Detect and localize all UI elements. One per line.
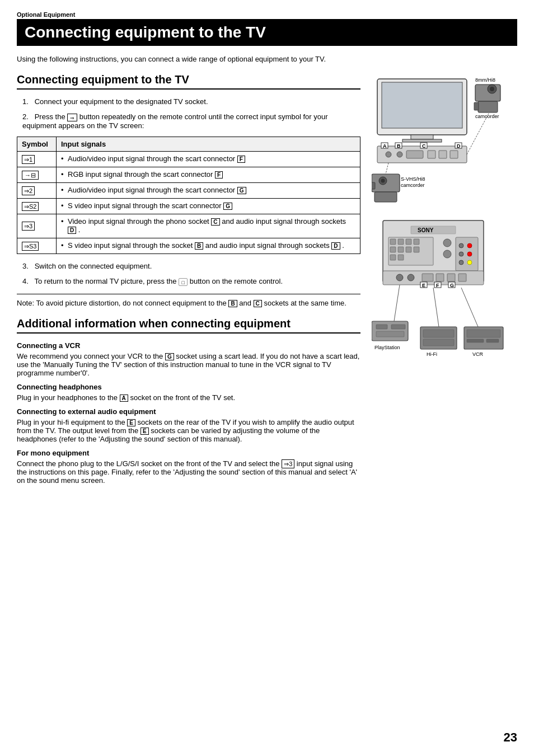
subsection-vcr: Connecting a VCR We recommend you connec… — [17, 341, 360, 377]
svg-rect-3 — [402, 139, 442, 142]
step-2-number: 2. — [22, 112, 32, 121]
subsection-headphones-title: Connecting headphones — [17, 383, 360, 391]
svg-rect-32 — [374, 192, 397, 202]
svg-point-54 — [443, 250, 451, 258]
svg-rect-2 — [411, 135, 433, 139]
svg-rect-68 — [458, 274, 466, 281]
svg-point-59 — [467, 252, 472, 256]
svg-rect-48 — [398, 247, 404, 252]
svg-rect-49 — [406, 247, 411, 252]
svg-rect-85 — [423, 339, 454, 346]
section1-title: Connecting equipment to the TV — [17, 73, 360, 90]
subsection-headphones-text: Plug in your headphones to the A socket … — [17, 393, 360, 402]
step-2: 2. Press the ⇒ button repeatedly on the … — [17, 112, 360, 130]
svg-rect-78 — [372, 321, 408, 341]
svg-text:G: G — [450, 283, 454, 288]
svg-rect-66 — [436, 274, 444, 281]
svg-point-58 — [459, 252, 463, 256]
table-header-symbol: Symbol — [17, 137, 57, 151]
svg-rect-44 — [398, 239, 404, 245]
svg-rect-27 — [474, 102, 479, 110]
svg-rect-79 — [376, 325, 387, 329]
signal-cell-5: Video input signal through the phono soc… — [57, 214, 360, 238]
symbol-cell-5: ⇒3 — [17, 214, 57, 238]
signal-cell-3: Audio/video input signal through the sca… — [57, 182, 360, 198]
svg-point-53 — [443, 239, 451, 247]
table-row: →⊟ RGB input signal through the scart co… — [17, 167, 360, 182]
subsection-audio: Connecting to external audio equipment P… — [17, 407, 360, 443]
svg-line-76 — [433, 288, 439, 327]
subsection-mono: For mono equipment Connect the phono plu… — [17, 449, 360, 485]
svg-text:A: A — [383, 143, 387, 149]
svg-rect-8 — [428, 151, 435, 158]
svg-rect-43 — [390, 239, 396, 245]
svg-text:camcorder: camcorder — [475, 114, 499, 119]
svg-rect-52 — [398, 255, 404, 260]
svg-text:PlayStation: PlayStation — [374, 345, 400, 350]
step-1-number: 1. — [22, 97, 32, 106]
svg-text:F: F — [436, 283, 439, 288]
svg-rect-50 — [414, 247, 419, 252]
step-2-text: Press the ⇒ button repeatedly on the rem… — [22, 112, 328, 130]
svg-line-77 — [461, 288, 478, 327]
svg-rect-35 — [372, 182, 375, 189]
step-3: 3. Switch on the connected equipment. — [17, 262, 360, 270]
subsection-vcr-text: We recommend you connect your VCR to the… — [17, 352, 360, 377]
bottom-diagram: SONY — [372, 215, 517, 407]
right-column: A B C D A B C D — [372, 73, 517, 489]
step-4-text: To return to the normal TV picture, pres… — [34, 277, 283, 285]
subsection-headphones: Connecting headphones Plug in your headp… — [17, 383, 360, 402]
symbol-cell-1: ⇒1 — [17, 151, 57, 167]
svg-text:C: C — [422, 143, 426, 149]
table-row: ⇒1 Audio/video input signal through the … — [17, 151, 360, 167]
main-title-bar: Connecting equipment to the TV — [17, 19, 517, 46]
svg-point-57 — [467, 243, 472, 248]
symbol-cell-2: →⊟ — [17, 167, 57, 182]
table-row: ⇒3 Video input signal through the phono … — [17, 214, 360, 238]
svg-point-26 — [490, 87, 494, 91]
svg-point-34 — [381, 179, 385, 183]
svg-rect-65 — [422, 274, 433, 281]
svg-text:Hi-Fi: Hi-Fi — [427, 351, 437, 357]
note-text: Note: To avoid picture distortion, do no… — [17, 299, 346, 307]
subsection-vcr-title: Connecting a VCR — [17, 341, 360, 350]
table-row: ⇒2 Audio/video input signal through the … — [17, 182, 360, 198]
top-diagram: A B C D A B C D — [372, 73, 517, 209]
step-3-number: 3. — [22, 262, 32, 270]
svg-rect-45 — [406, 239, 411, 245]
intro-text: Using the following instructions, you ca… — [17, 55, 517, 63]
symbol-cell-4: ⇒S2 — [17, 198, 57, 214]
left-column: Connecting equipment to the TV 1. Connec… — [17, 73, 360, 489]
tv-camcorder-diagram: A B C D A B C D — [372, 73, 506, 208]
svg-rect-81 — [376, 331, 404, 337]
symbol-cell-3: ⇒2 — [17, 182, 57, 198]
svg-rect-90 — [486, 339, 499, 342]
table-header-signal: Input signals — [57, 137, 360, 151]
signal-cell-4: S video input signal through the scart c… — [57, 198, 360, 214]
svg-point-61 — [467, 260, 472, 265]
svg-point-6 — [397, 152, 402, 157]
svg-text:8mm/Hi8: 8mm/Hi8 — [475, 77, 495, 83]
svg-rect-51 — [390, 255, 396, 260]
table-row: ⇒S2 S video input signal through the sca… — [17, 198, 360, 214]
svg-rect-24 — [478, 101, 498, 112]
svg-rect-47 — [390, 247, 396, 252]
svg-text:SONY: SONY — [418, 227, 434, 233]
svg-text:VCR: VCR — [472, 351, 484, 357]
svg-rect-1 — [382, 82, 462, 128]
svg-point-56 — [459, 243, 463, 248]
svg-rect-9 — [439, 151, 447, 158]
svg-text:D: D — [457, 143, 461, 149]
tv-devices-diagram: SONY — [372, 215, 506, 405]
svg-rect-89 — [467, 339, 484, 342]
page-number: 23 — [504, 730, 517, 745]
step-1: 1. Connect your equipment to the designa… — [17, 97, 360, 106]
svg-rect-67 — [447, 274, 455, 281]
signal-cell-1: Audio/video input signal through the sca… — [57, 151, 360, 167]
note-section: Note: To avoid picture distortion, do no… — [17, 294, 360, 307]
svg-point-5 — [386, 152, 391, 157]
signal-cell-2: RGB input signal through the scart conne… — [57, 167, 360, 182]
subsection-audio-title: Connecting to external audio equipment — [17, 407, 360, 416]
svg-rect-88 — [467, 330, 500, 337]
symbol-cell-6: ⇒S3 — [17, 238, 57, 253]
